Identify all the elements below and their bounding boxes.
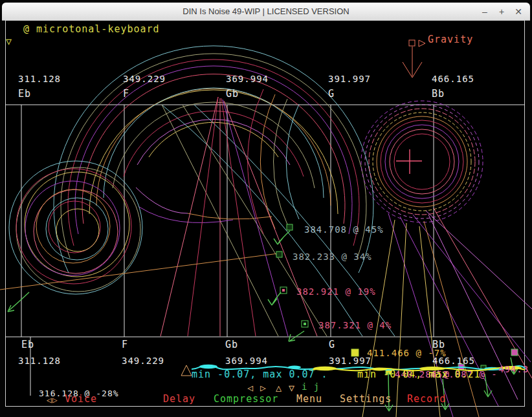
close-button[interactable]: ✕ — [513, 6, 524, 17]
ij-keys[interactable]: i j — [302, 382, 320, 391]
freq-top-eb: 311.128 — [18, 74, 61, 83]
prev-next-arrows[interactable]: ◁ ▷ — [247, 383, 267, 393]
freq-bottom-gb: 369.994 — [225, 356, 268, 365]
patch-title: @ microtonal-keyboard — [23, 25, 160, 34]
note-top-gb[interactable]: Gb — [226, 89, 239, 99]
note-bottom-eb[interactable]: Eb — [21, 340, 34, 350]
menu-item-menu[interactable]: Menu — [296, 394, 322, 404]
freq-bottom-f: 349.229 — [122, 356, 164, 365]
range-readout-left: min -0.07, max 0.07 . — [192, 370, 328, 380]
menu-item-delay[interactable]: Delay — [163, 394, 195, 404]
window-controls: – + ✕ — [480, 3, 524, 20]
note-bottom-f[interactable]: F — [122, 340, 128, 350]
menu-item-record[interactable]: Record — [407, 394, 446, 404]
maximize-button[interactable]: + — [496, 6, 507, 17]
note-bottom-gb[interactable]: Gb — [225, 340, 238, 350]
freq-bottom-g: 391.997 — [329, 356, 371, 365]
freq-top-bb: 466.165 — [432, 74, 474, 83]
note-top-f[interactable]: F — [123, 89, 129, 99]
note-top-bb[interactable]: Bb — [432, 89, 445, 99]
voice-readout: 382.233 @ 34% — [293, 252, 372, 261]
voice-readout: 494.3 — [498, 365, 529, 374]
freq-top-f: 349.229 — [123, 74, 166, 83]
minimize-button[interactable]: – — [480, 6, 490, 17]
freq-bottom-eb: 311.128 — [18, 356, 61, 365]
note-top-eb[interactable]: Eb — [18, 89, 31, 99]
note-bottom-g[interactable]: G — [329, 340, 335, 350]
gravity-label[interactable]: Gravity — [428, 35, 473, 45]
up-down-arrows[interactable]: △ ▽ — [276, 383, 295, 393]
voice-prev-next-arrows[interactable]: ◁▷ — [47, 396, 58, 404]
range-readout-right: min -0.04, max 0.21 — [357, 370, 481, 380]
menu-item-settings[interactable]: Settings — [340, 394, 392, 404]
nav-triangle-icon[interactable]: ▽ — [6, 37, 12, 47]
menu-item-voice[interactable]: Voice — [65, 394, 97, 404]
app-window: DIN Is Noise 49-WIP | LICENSED VERSION –… — [0, 0, 532, 417]
voice-readout: 382.921 @ 19% — [296, 287, 376, 296]
voice-readout: 387.321 @ 4% — [318, 321, 392, 330]
note-top-g[interactable]: G — [328, 89, 335, 99]
voice-readout: 384.708 @ 45% — [304, 225, 384, 234]
freq-top-gb: 369.994 — [226, 74, 269, 83]
voice-readout: 411.466 @ -7% — [367, 348, 447, 358]
window-title: DIN Is Noise 49-WIP | LICENSED VERSION — [183, 6, 349, 16]
menu-item-compressor[interactable]: Compressor — [214, 394, 278, 404]
titlebar[interactable]: DIN Is Noise 49-WIP | LICENSED VERSION –… — [2, 3, 530, 21]
freq-top-g: 391.997 — [328, 74, 371, 83]
